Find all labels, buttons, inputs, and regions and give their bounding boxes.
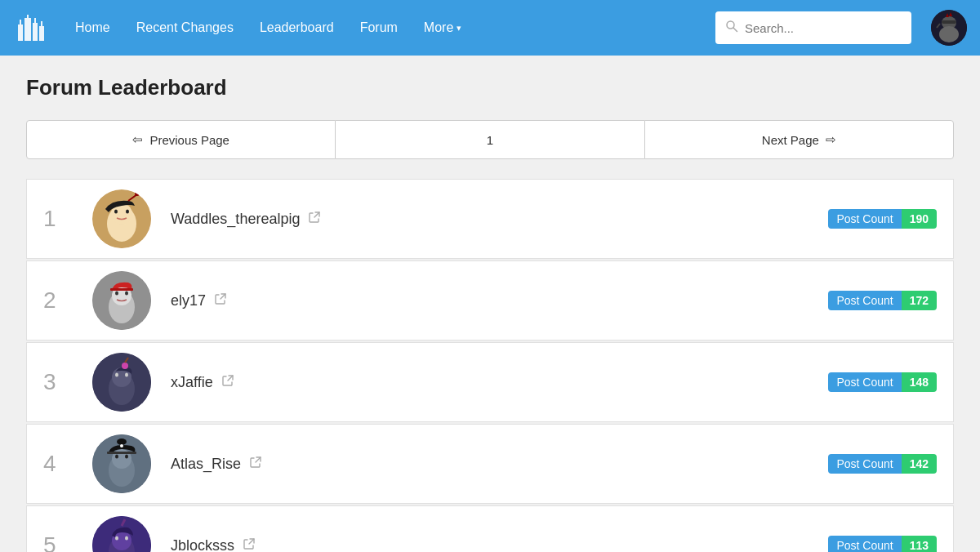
profile-link-icon[interactable] (221, 374, 234, 390)
main-content: Forum Leaderboard ⇦ Previous Page 1 Next… (0, 56, 980, 552)
svg-point-44 (115, 455, 118, 459)
svg-point-15 (939, 26, 959, 42)
post-count-badge: Post Count 172 (828, 291, 937, 310)
pagination: ⇦ Previous Page 1 Next Page ⇨ (26, 120, 954, 159)
post-count-value: 142 (902, 454, 937, 474)
nav-forum[interactable]: Forum (347, 14, 411, 42)
next-page-button[interactable]: Next Page ⇨ (644, 120, 954, 159)
table-row: 1 Waddles_therealpig Post Count 190 (26, 179, 954, 259)
rank-number: 3 (43, 369, 92, 395)
nav-home[interactable]: Home (62, 14, 123, 42)
svg-point-22 (126, 210, 129, 214)
svg-rect-1 (18, 24, 23, 41)
post-count-badge: Post Count 190 (828, 209, 937, 229)
svg-line-49 (256, 457, 261, 462)
table-row: 3 xJaffie Post Count 148 (26, 342, 954, 422)
username: ely17 (171, 292, 828, 309)
svg-point-21 (114, 210, 118, 214)
table-row: 4 Atlas_Rise Post Count 142 (26, 424, 954, 504)
username: xJaffie (171, 374, 828, 391)
search-bar (715, 11, 911, 44)
svg-point-53 (115, 536, 118, 541)
profile-link-icon[interactable] (308, 211, 321, 227)
svg-point-36 (115, 373, 118, 377)
rank-number: 1 (43, 206, 92, 232)
rank-number: 4 (43, 451, 92, 477)
post-count-value: 113 (902, 536, 937, 552)
post-count-label: Post Count (828, 209, 901, 229)
nav-recent-changes[interactable]: Recent Changes (123, 14, 247, 42)
svg-line-10 (733, 28, 737, 32)
avatar (92, 189, 151, 248)
username: Waddles_therealpig (171, 211, 828, 228)
site-logo[interactable] (13, 10, 49, 46)
svg-point-38 (122, 363, 128, 369)
svg-rect-6 (34, 18, 36, 23)
profile-link-icon[interactable] (249, 456, 262, 472)
post-count-value: 190 (902, 209, 937, 229)
svg-point-29 (115, 292, 118, 296)
svg-rect-8 (41, 21, 42, 26)
post-count-badge: Post Count 142 (828, 454, 937, 474)
svg-point-54 (125, 536, 128, 541)
svg-line-32 (220, 294, 225, 299)
post-count-label: Post Count (828, 291, 901, 310)
svg-rect-2 (20, 20, 21, 24)
svg-point-37 (125, 373, 128, 377)
nav-leaderboard[interactable]: Leaderboard (247, 14, 347, 42)
svg-rect-5 (33, 23, 38, 41)
nav-more[interactable]: More ▾ (411, 14, 474, 42)
svg-rect-31 (110, 288, 133, 291)
post-count-label: Post Count (828, 536, 901, 552)
rank-number: 2 (43, 287, 92, 314)
next-arrow-icon: ⇨ (826, 132, 836, 147)
profile-link-icon[interactable] (214, 292, 227, 309)
search-icon (725, 20, 738, 36)
svg-line-57 (249, 539, 254, 544)
svg-rect-46 (107, 452, 136, 454)
post-count-badge: Post Count 148 (828, 372, 937, 392)
svg-rect-13 (942, 20, 956, 24)
leaderboard-list: 1 Waddles_therealpig Post Count 190 2 (26, 179, 954, 552)
svg-rect-7 (39, 26, 44, 41)
post-count-value: 172 (902, 291, 937, 310)
current-page-button[interactable]: 1 (336, 120, 644, 159)
navbar: Home Recent Changes Leaderboard Forum Mo… (0, 0, 980, 56)
svg-line-25 (314, 212, 319, 217)
avatar (92, 516, 151, 552)
svg-line-40 (228, 376, 233, 381)
username: Jblocksss (171, 537, 828, 553)
avatar (92, 271, 151, 330)
svg-point-45 (125, 455, 128, 459)
nav-links: Home Recent Changes Leaderboard Forum Mo… (62, 14, 709, 42)
search-input[interactable] (745, 21, 902, 35)
prev-arrow-icon: ⇦ (132, 132, 143, 147)
svg-rect-4 (27, 15, 29, 18)
avatar (92, 434, 151, 493)
post-count-label: Post Count (828, 454, 901, 474)
page-title: Forum Leaderboard (26, 75, 954, 100)
post-count-badge: Post Count 113 (828, 536, 937, 552)
prev-page-button[interactable]: ⇦ Previous Page (26, 120, 336, 159)
more-caret-icon: ▾ (457, 23, 461, 33)
svg-point-47 (117, 438, 127, 445)
svg-rect-3 (24, 18, 31, 41)
table-row: 2 ely17 Post Count 172 (26, 260, 954, 341)
svg-point-48 (120, 444, 123, 447)
profile-link-icon[interactable] (243, 537, 256, 552)
table-row: 5 Jblocksss Post Count 113 (26, 505, 954, 552)
post-count-label: Post Count (828, 372, 901, 392)
svg-point-30 (125, 292, 128, 296)
post-count-value: 148 (902, 372, 937, 392)
avatar (92, 353, 151, 412)
rank-number: 5 (43, 532, 92, 552)
user-avatar[interactable] (931, 10, 967, 46)
svg-point-24 (135, 191, 140, 196)
username: Atlas_Rise (171, 456, 828, 473)
